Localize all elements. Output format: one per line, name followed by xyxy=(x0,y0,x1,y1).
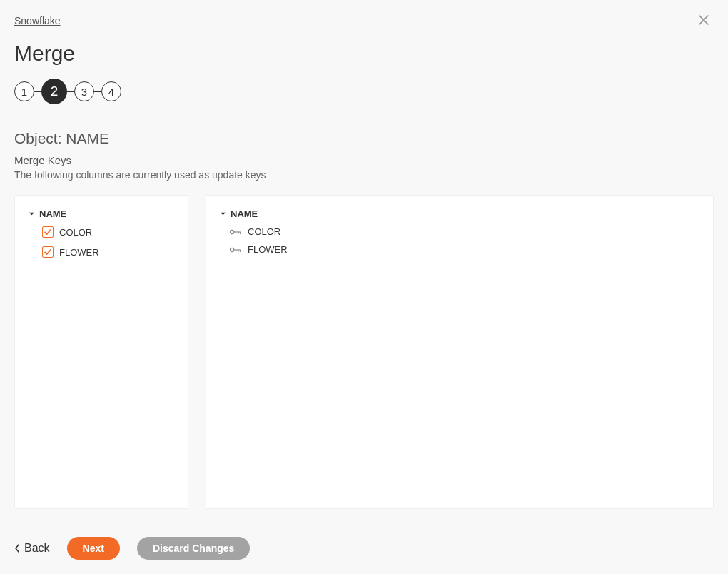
step-connector xyxy=(94,91,101,92)
svg-point-6 xyxy=(231,248,234,251)
chevron-down-icon xyxy=(219,211,226,218)
key-item-color: COLOR xyxy=(219,226,700,237)
checkbox-color[interactable] xyxy=(42,226,54,238)
tree-item-color[interactable]: COLOR xyxy=(28,226,175,238)
chevron-down-icon xyxy=(28,211,35,218)
page-title: Merge xyxy=(14,41,714,66)
chevron-left-icon xyxy=(14,544,20,553)
key-icon xyxy=(229,227,242,237)
key-item-flower: FLOWER xyxy=(219,244,700,255)
back-button[interactable]: Back xyxy=(14,542,50,555)
back-label: Back xyxy=(24,542,50,555)
tree-item-label: COLOR xyxy=(59,227,92,238)
close-icon[interactable] xyxy=(697,13,711,27)
key-item-label: COLOR xyxy=(248,226,280,237)
source-columns-panel: NAME COLOR FLOWER xyxy=(14,195,188,509)
step-4[interactable]: 4 xyxy=(101,81,121,101)
tree-header-name[interactable]: NAME xyxy=(219,208,700,219)
step-1[interactable]: 1 xyxy=(14,81,34,101)
merge-keys-label: Merge Keys xyxy=(14,154,714,166)
tree-header-label: NAME xyxy=(39,208,66,219)
checkbox-flower[interactable] xyxy=(42,246,54,258)
tree-item-label: FLOWER xyxy=(59,247,99,258)
step-2[interactable]: 2 xyxy=(41,79,67,104)
stepper: 1 2 3 4 xyxy=(14,79,714,104)
discard-changes-button[interactable]: Discard Changes xyxy=(137,537,250,560)
breadcrumb-snowflake[interactable]: Snowflake xyxy=(14,15,61,26)
step-connector xyxy=(34,91,41,92)
tree-header-name[interactable]: NAME xyxy=(28,208,175,219)
next-button[interactable]: Next xyxy=(67,537,120,560)
svg-point-2 xyxy=(231,230,234,233)
object-heading: Object: NAME xyxy=(14,130,714,147)
step-connector xyxy=(67,91,74,92)
merge-keys-panel: NAME COLOR xyxy=(206,195,714,509)
tree-item-flower[interactable]: FLOWER xyxy=(28,246,175,258)
key-item-label: FLOWER xyxy=(248,244,288,255)
tree-header-label: NAME xyxy=(231,208,258,219)
merge-keys-description: The following columns are currently used… xyxy=(14,169,714,181)
step-3[interactable]: 3 xyxy=(74,81,94,101)
key-icon xyxy=(229,245,242,255)
